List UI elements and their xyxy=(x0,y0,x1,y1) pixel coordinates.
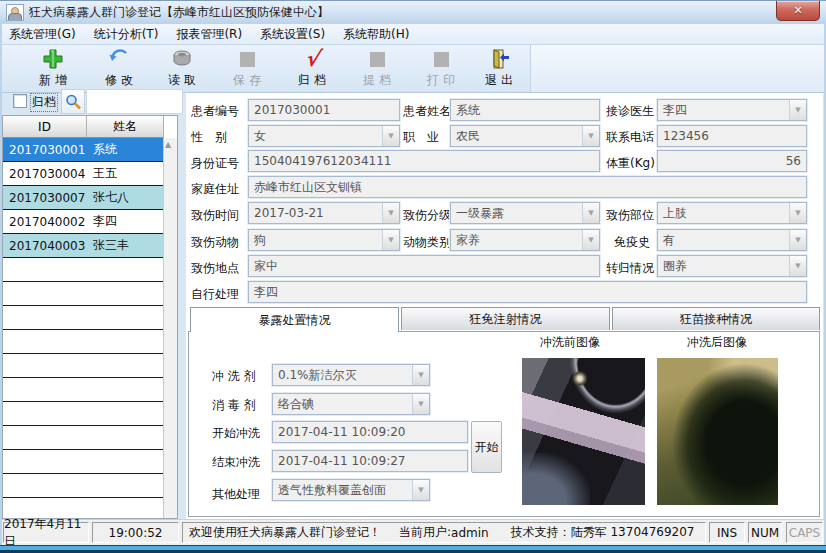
status-caps: CAPS xyxy=(786,522,823,543)
id-card-field[interactable]: 150404197612034111 xyxy=(248,150,600,172)
archive-check-icon: √ xyxy=(300,47,324,71)
doctor-select[interactable]: 李四▼ xyxy=(657,99,807,121)
table-scrollbar[interactable]: ▲ xyxy=(163,138,177,518)
table-row-empty xyxy=(3,354,164,378)
patient-no-field[interactable]: 2017030001 xyxy=(248,99,400,121)
cell-name: 王五 xyxy=(87,165,157,182)
welcome-text: 欢迎使用狂犬病暴露人群门诊登记！ xyxy=(189,524,381,541)
status-message: 欢迎使用狂犬病暴露人群门诊登记！ 当前用户:admin 技术支持：陆秀军 137… xyxy=(182,522,706,543)
menu-help[interactable]: 系统帮助(H) xyxy=(334,24,418,45)
after-image-label: 冲洗后图像 xyxy=(687,334,747,351)
rinse-end-label: 结束冲洗 xyxy=(212,454,260,471)
table-header: ID 姓名 xyxy=(3,116,177,138)
chevron-down-icon[interactable]: ▼ xyxy=(382,126,399,146)
new-button[interactable]: 新 增 xyxy=(24,47,82,91)
address-label: 家庭住址 xyxy=(191,181,239,198)
self-treat-field[interactable]: 李四 xyxy=(248,281,807,303)
archived-checkbox[interactable] xyxy=(13,94,27,108)
patient-table-body: 2017030001系统2017030004王五2017030007张七八201… xyxy=(3,138,164,518)
injury-grade-select[interactable]: 一级暴露▼ xyxy=(450,202,600,224)
gender-select[interactable]: 女▼ xyxy=(248,125,400,147)
search-icon xyxy=(64,93,82,111)
chevron-down-icon[interactable]: ▼ xyxy=(582,203,599,223)
table-row[interactable]: 2017040002李四 xyxy=(3,210,164,234)
chevron-down-icon[interactable]: ▼ xyxy=(789,230,806,250)
print-icon xyxy=(429,47,453,71)
chevron-down-icon[interactable]: ▼ xyxy=(789,256,806,276)
table-row[interactable]: 2017040003张三丰 xyxy=(3,234,164,258)
menu-settings[interactable]: 系统设置(S) xyxy=(251,24,334,45)
immunity-select[interactable]: 有▼ xyxy=(657,229,807,251)
chevron-down-icon[interactable]: ▼ xyxy=(382,230,399,250)
toolbar: 新 增 修 改 读 取 保 存 √ 归 档 提 档 打 印 退 出 xyxy=(0,45,826,93)
self-treat-label: 自行处理 xyxy=(191,286,239,303)
toolbar-spacer xyxy=(530,45,826,92)
injury-grade-label: 致伤分级 xyxy=(403,207,451,224)
chevron-down-icon[interactable]: ▼ xyxy=(412,365,429,385)
rinse-end-field[interactable]: 2017-04-11 10:09:27 xyxy=(272,450,468,472)
injury-animal-select[interactable]: 狗▼ xyxy=(248,229,400,251)
status-bar: 2017年4月11日 19:00:52 欢迎使用狂犬病暴露人群门诊登记！ 当前用… xyxy=(0,519,826,545)
scroll-up-icon[interactable]: ▲ xyxy=(165,140,171,149)
column-header-name[interactable]: 姓名 xyxy=(87,116,164,138)
retrieve-button: 提 档 xyxy=(348,47,406,91)
close-button[interactable]: ✕ xyxy=(776,1,820,21)
column-header-id[interactable]: ID xyxy=(3,116,87,138)
patient-table: ID 姓名 2017030001系统2017030004王五2017030007… xyxy=(2,115,178,519)
search-button[interactable] xyxy=(61,89,85,114)
tab-immunoglobulin-injection[interactable]: 狂免注射情况 xyxy=(401,307,610,330)
injury-place-field[interactable]: 家中 xyxy=(248,255,600,277)
injury-part-select[interactable]: 上肢▼ xyxy=(657,202,807,224)
address-field[interactable]: 赤峰市红山区文钏镇 xyxy=(248,176,807,198)
injury-time-select[interactable]: 2017-03-21▼ xyxy=(248,202,400,224)
chevron-down-icon[interactable]: ▼ xyxy=(382,203,399,223)
chevron-down-icon[interactable]: ▼ xyxy=(789,203,806,223)
tab-vaccine-inoculation[interactable]: 狂苗接种情况 xyxy=(612,307,820,330)
phone-field[interactable]: 123456 xyxy=(657,125,807,147)
injury-time-label: 致伤时间 xyxy=(191,207,239,224)
chevron-down-icon[interactable]: ▼ xyxy=(412,394,429,414)
table-row[interactable]: 2017030001系统 xyxy=(3,138,164,162)
tab-exposure-treatment[interactable]: 暴露处置情况 xyxy=(190,307,399,332)
other-treatment-select[interactable]: 透气性敷料覆盖创面▼ xyxy=(272,479,430,501)
menu-system-management[interactable]: 系统管理(G) xyxy=(0,24,85,45)
menu-reports[interactable]: 报表管理(R) xyxy=(167,24,251,45)
rinse-start-field[interactable]: 2017-04-11 10:09:20 xyxy=(272,421,468,443)
animal-type-select[interactable]: 家养▼ xyxy=(450,229,600,251)
cell-id: 2017040002 xyxy=(3,215,87,229)
disinfectant-select[interactable]: 络合碘▼ xyxy=(272,393,430,415)
other-treatment-label: 其他处理 xyxy=(212,486,260,503)
archived-checkbox-label[interactable]: 归档 xyxy=(30,93,58,112)
id-card-label: 身份证号 xyxy=(191,155,239,172)
archive-button[interactable]: √ 归 档 xyxy=(283,47,341,91)
cell-id: 2017030004 xyxy=(3,167,87,181)
current-user-label: 当前用户: xyxy=(399,524,451,541)
start-rinse-button[interactable]: 开始 xyxy=(471,421,502,473)
table-row-empty xyxy=(3,378,164,402)
status-ins: INS xyxy=(709,522,745,543)
weight-field[interactable]: 56 xyxy=(657,150,807,172)
table-row[interactable]: 2017030007张七八 xyxy=(3,186,164,210)
modify-button[interactable]: 修 改 xyxy=(90,47,148,91)
chevron-down-icon[interactable]: ▼ xyxy=(582,126,599,146)
exit-button[interactable]: 退 出 xyxy=(470,47,528,91)
cell-name: 张三丰 xyxy=(87,237,157,254)
chevron-down-icon[interactable]: ▼ xyxy=(412,480,429,500)
menu-statistics[interactable]: 统计分析(T) xyxy=(85,24,168,45)
read-button[interactable]: 读 取 xyxy=(153,47,211,91)
chevron-down-icon[interactable]: ▼ xyxy=(789,100,806,120)
patient-name-field[interactable]: 系统 xyxy=(450,99,600,121)
table-row[interactable]: 2017030004王五 xyxy=(3,162,164,186)
current-user: admin xyxy=(451,526,489,540)
phone-label: 联系电话 xyxy=(606,129,654,146)
table-row-empty xyxy=(3,330,164,354)
occupation-select[interactable]: 农民▼ xyxy=(450,125,600,147)
rinse-agent-select[interactable]: 0.1%新洁尔灭▼ xyxy=(272,364,430,386)
disinfectant-label: 消 毒 剂 xyxy=(212,397,256,414)
chevron-down-icon[interactable]: ▼ xyxy=(582,230,599,250)
rinse-agent-label: 冲 洗 剂 xyxy=(212,368,256,385)
injury-place-label: 致伤地点 xyxy=(191,260,239,277)
doctor-label: 接诊医生 xyxy=(606,103,654,120)
outcome-select[interactable]: 圈养▼ xyxy=(657,255,807,277)
search-input[interactable] xyxy=(86,89,183,114)
